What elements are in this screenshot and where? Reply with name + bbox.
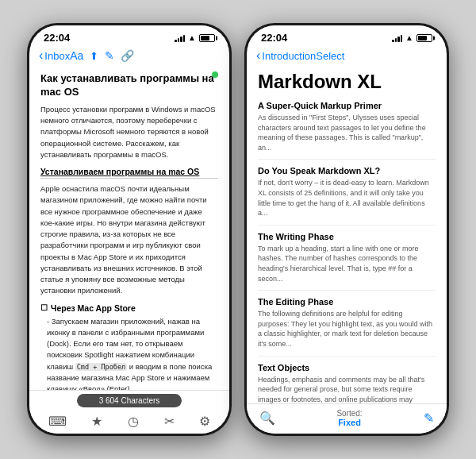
toolbar-icon-3[interactable]: ◷: [128, 414, 139, 429]
article-title: Как устанавливать программы на mac OS: [40, 72, 218, 99]
sort-value[interactable]: Fixed: [336, 418, 362, 427]
doc-section-3: The Editing Phase The following definiti…: [258, 297, 436, 356]
compose-icon[interactable]: ✎: [424, 411, 434, 426]
bottom-bar-2: 🔍 Sorted: Fixed ✎: [247, 403, 447, 434]
toolbar-icon-2[interactable]: ★: [91, 414, 102, 429]
battery-icon: [199, 34, 215, 42]
nav-bar-1: ‹ Inbox Aa ⬆ ✎ 🔗: [29, 45, 229, 68]
edit-icon[interactable]: ✎: [105, 49, 114, 62]
back-label-1: Inbox: [44, 50, 70, 62]
doc-section-title-2: The Writing Phase: [258, 232, 436, 241]
doc-section-body-4: Headings, emphasis and comments may be a…: [258, 375, 436, 404]
toolbar-icon-1[interactable]: ⌨: [48, 414, 67, 429]
article-body-2: Apple оснастила macOS почти идеальным ма…: [40, 183, 218, 297]
doc-section-title-0: A Super-Quick Markup Primer: [258, 101, 436, 110]
sort-info: Sorted: Fixed: [336, 409, 362, 427]
toolbar-icon-4[interactable]: ✂: [164, 414, 175, 429]
nav-bar-2: ‹ Introduction Select: [247, 45, 447, 68]
doc-section-body-1: If not, don't worry – it is dead-easy to…: [258, 178, 436, 218]
inline-code: Cmd + Пробел: [75, 363, 127, 371]
bottom-bar-1: 3 604 Characters ⌨ ★ ◷ ✂ ⚙: [29, 390, 229, 434]
doc-section-0: A Super-Quick Markup Primer As discussed…: [258, 101, 436, 160]
toolbar-icon-5[interactable]: ⚙: [199, 414, 210, 429]
time-1: 22:04: [44, 32, 70, 44]
wifi-icon: ▲: [188, 33, 196, 42]
list-item-1: - Запускаем магазин приложений, нажав на…: [40, 316, 218, 390]
page-title: Markdown XL: [258, 71, 436, 93]
select-button[interactable]: Select: [316, 50, 344, 62]
section-heading-1: Устанавливаем программы на mac OS: [40, 167, 218, 179]
char-count: 3 604 Characters: [77, 394, 182, 407]
battery-icon-2: [416, 34, 432, 42]
doc-section-body-2: To mark up a heading, start a line with …: [258, 244, 436, 284]
status-bar-2: 22:04 ▲: [247, 25, 447, 45]
time-2: 22:04: [261, 32, 287, 44]
doc-section-body-0: As discussed in "First Steps", Ulysses u…: [258, 113, 436, 152]
link-icon[interactable]: 🔗: [121, 49, 134, 62]
nav-actions-1: Aa ⬆ ✎ 🔗: [70, 49, 134, 62]
toolbar-icons: ⌨ ★ ◷ ✂ ⚙: [29, 411, 229, 434]
phone-1: 22:04 ▲ ‹ In: [27, 23, 232, 436]
sorted-label: Sorted:: [336, 409, 362, 418]
article-body-1: Процесс установки программ в Windows и m…: [40, 104, 218, 160]
share-icon[interactable]: ⬆: [90, 50, 98, 62]
doc-section-title-3: The Editing Phase: [258, 297, 436, 307]
status-icons-1: ▲: [175, 33, 215, 42]
back-button-2[interactable]: ‹ Introduction: [256, 48, 316, 63]
content-2: Markdown XL A Super-Quick Markup Primer …: [247, 68, 447, 403]
doc-section-body-3: The following definitions are helpful fo…: [258, 309, 436, 349]
status-bar-1: 22:04 ▲: [29, 25, 229, 45]
doc-section-title-1: Do You Speak Markdown XL?: [258, 166, 436, 176]
sub-heading-1: ☐ Через Mac App Store: [40, 303, 218, 313]
font-size-icon[interactable]: Aa: [70, 49, 83, 62]
status-icons-2: ▲: [392, 33, 432, 42]
phone-2: 22:04 ▲ ‹ In: [244, 23, 449, 436]
checkbox-icon: ☐: [40, 303, 48, 312]
back-label-2: Introduction: [262, 50, 316, 62]
doc-section-1: Do You Speak Markdown XL? If not, don't …: [258, 166, 436, 225]
doc-section-4: Text Objects Headings, emphasis and comm…: [258, 363, 436, 404]
back-chevron-icon: ‹: [39, 48, 43, 63]
wifi-icon-2: ▲: [405, 33, 413, 42]
search-icon[interactable]: 🔍: [259, 411, 275, 426]
content-1: Как устанавливать программы на mac OS Пр…: [29, 68, 229, 390]
back-button-1[interactable]: ‹ Inbox: [39, 48, 70, 63]
doc-section-2: The Writing Phase To mark up a heading, …: [258, 232, 436, 291]
back-chevron-icon-2: ‹: [256, 48, 260, 63]
doc-section-title-4: Text Objects: [258, 363, 436, 372]
signal-icon-2: [392, 34, 402, 42]
signal-icon: [175, 34, 185, 42]
